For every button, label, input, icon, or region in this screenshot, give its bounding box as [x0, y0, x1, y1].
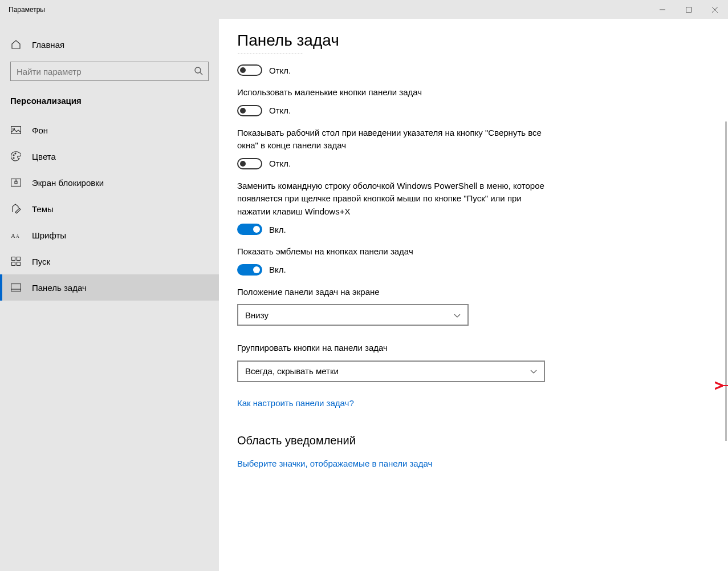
chevron-down-icon: [454, 310, 461, 320]
setting-label: Использовать маленькие кнопки панели зад…: [237, 86, 556, 99]
toggle-badges[interactable]: [237, 264, 262, 276]
svg-point-10: [13, 157, 14, 159]
sidebar-item-taskbar[interactable]: Панель задач: [0, 274, 219, 301]
search-icon: [194, 66, 203, 77]
setting-label: Показать эмблемы на кнопках панели задач: [237, 245, 556, 258]
sidebar-item-label: Шрифты: [32, 230, 66, 240]
maximize-button[interactable]: [676, 0, 702, 19]
svg-rect-6: [11, 127, 21, 134]
dropdown-taskbar-position[interactable]: Внизу: [237, 304, 469, 326]
sidebar: Главная Персонализация Фон Цвета: [0, 19, 219, 571]
toggle-state: Откл.: [269, 66, 291, 75]
sidebar-item-start[interactable]: Пуск: [0, 248, 219, 274]
svg-rect-16: [17, 257, 21, 261]
palette-icon: [10, 151, 22, 162]
sidebar-item-label: Цвета: [32, 152, 56, 161]
toggle-powershell[interactable]: [237, 224, 262, 235]
titlebar: Параметры: [0, 0, 728, 19]
sidebar-item-label: Экран блокировки: [32, 178, 104, 188]
picture-icon: [10, 124, 22, 136]
dropdown-value: Всегда, скрывать метки: [245, 366, 339, 376]
section-title: Персонализация: [0, 94, 219, 117]
toggle-state: Вкл.: [269, 225, 286, 234]
setting-label: Заменить командную строку оболочкой Wind…: [237, 180, 556, 218]
main-panel: Панель задач •••••••••••••••••••••• Откл…: [219, 19, 728, 571]
svg-rect-19: [11, 284, 21, 291]
setting-label: Положение панели задач на экране: [237, 286, 556, 299]
sidebar-item-label: Панель задач: [32, 283, 87, 293]
truncated-setting-label: ••••••••••••••••••••••: [237, 52, 728, 54]
sidebar-item-label: Фон: [32, 125, 48, 135]
toggle-state: Откл.: [269, 159, 291, 168]
svg-rect-17: [12, 262, 15, 266]
svg-rect-15: [12, 257, 15, 261]
svg-point-9: [15, 153, 16, 154]
svg-line-5: [200, 72, 202, 75]
search-input[interactable]: [10, 62, 209, 81]
page-title: Панель задач: [237, 19, 728, 52]
toggle-state: Откл.: [269, 106, 291, 115]
svg-point-8: [13, 155, 14, 156]
window-title: Параметры: [9, 6, 45, 14]
svg-rect-1: [686, 7, 692, 12]
sidebar-item-lockscreen[interactable]: Экран блокировки: [0, 169, 219, 196]
home-icon: [10, 39, 22, 50]
svg-text:A: A: [11, 232, 15, 239]
lockscreen-icon: [10, 177, 22, 188]
toggle-state: Вкл.: [269, 265, 286, 274]
themes-icon: [10, 203, 22, 214]
setting-label: Показывать рабочий стол при наведении ук…: [237, 127, 556, 152]
sidebar-item-fonts[interactable]: AA Шрифты: [0, 222, 219, 248]
close-button[interactable]: [702, 0, 728, 19]
section-heading: Область уведомлений: [237, 434, 728, 447]
help-link[interactable]: Как настроить панели задач?: [237, 398, 354, 408]
home-label: Главная: [32, 40, 64, 50]
toggle-autohide-tablet[interactable]: [237, 64, 262, 76]
sidebar-item-colors[interactable]: Цвета: [0, 143, 219, 169]
svg-point-4: [195, 67, 201, 73]
fonts-icon: AA: [10, 229, 22, 241]
dropdown-combine-buttons[interactable]: Всегда, скрывать метки: [237, 361, 545, 382]
taskbar-icon: [10, 282, 22, 293]
select-icons-link[interactable]: Выберите значки, отображаемые в панели з…: [237, 459, 432, 468]
sidebar-item-label: Пуск: [32, 257, 50, 266]
setting-label: Группировать кнопки на панели задач: [237, 342, 556, 355]
sidebar-item-themes[interactable]: Темы: [0, 196, 219, 222]
toggle-small-buttons[interactable]: [237, 105, 262, 116]
svg-rect-12: [15, 181, 17, 184]
svg-text:A: A: [16, 234, 19, 239]
scrollbar[interactable]: [725, 122, 727, 441]
svg-rect-18: [17, 262, 21, 266]
dropdown-value: Внизу: [245, 310, 269, 320]
start-icon: [10, 256, 22, 267]
minimize-button[interactable]: [649, 0, 676, 19]
home-nav[interactable]: Главная: [0, 33, 219, 56]
sidebar-item-label: Темы: [32, 204, 54, 214]
sidebar-item-background[interactable]: Фон: [0, 117, 219, 143]
toggle-peek-desktop[interactable]: [237, 158, 262, 169]
chevron-down-icon: [530, 366, 537, 376]
